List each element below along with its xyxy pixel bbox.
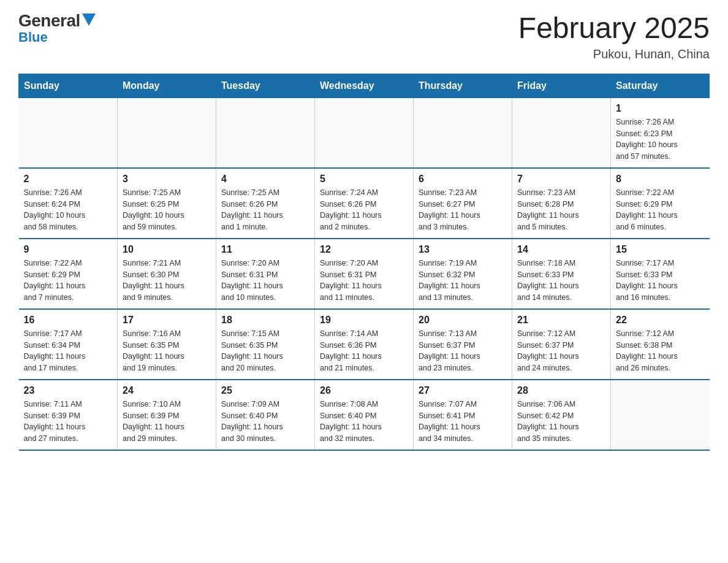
calendar-header-wednesday: Wednesday <box>315 74 414 98</box>
calendar-cell: 12Sunrise: 7:20 AM Sunset: 6:31 PM Dayli… <box>315 239 414 309</box>
calendar-cell <box>216 98 315 168</box>
day-number: 21 <box>517 315 605 326</box>
calendar-cell <box>315 98 414 168</box>
day-info: Sunrise: 7:20 AM Sunset: 6:31 PM Dayligh… <box>221 258 309 304</box>
day-info: Sunrise: 7:23 AM Sunset: 6:28 PM Dayligh… <box>517 187 605 233</box>
day-number: 24 <box>123 385 211 396</box>
day-info: Sunrise: 7:11 AM Sunset: 6:39 PM Dayligh… <box>24 399 113 445</box>
day-number: 4 <box>221 174 309 185</box>
day-number: 27 <box>419 385 507 396</box>
calendar-cell: 20Sunrise: 7:13 AM Sunset: 6:37 PM Dayli… <box>414 309 512 380</box>
day-number: 2 <box>24 174 113 185</box>
calendar-cell: 19Sunrise: 7:14 AM Sunset: 6:36 PM Dayli… <box>315 309 414 380</box>
day-number: 5 <box>320 174 408 185</box>
day-info: Sunrise: 7:17 AM Sunset: 6:33 PM Dayligh… <box>616 258 705 304</box>
calendar-header-row: SundayMondayTuesdayWednesdayThursdayFrid… <box>19 74 710 98</box>
calendar-cell: 4Sunrise: 7:25 AM Sunset: 6:26 PM Daylig… <box>216 168 315 239</box>
day-number: 26 <box>320 385 408 396</box>
calendar-cell: 13Sunrise: 7:19 AM Sunset: 6:32 PM Dayli… <box>414 239 512 309</box>
day-number: 11 <box>221 244 309 255</box>
day-info: Sunrise: 7:20 AM Sunset: 6:31 PM Dayligh… <box>320 258 408 304</box>
calendar-cell: 25Sunrise: 7:09 AM Sunset: 6:40 PM Dayli… <box>216 380 315 450</box>
logo-blue: Blue <box>18 31 48 44</box>
day-info: Sunrise: 7:12 AM Sunset: 6:38 PM Dayligh… <box>616 328 705 374</box>
calendar-cell: 21Sunrise: 7:12 AM Sunset: 6:37 PM Dayli… <box>512 309 611 380</box>
calendar-cell: 11Sunrise: 7:20 AM Sunset: 6:31 PM Dayli… <box>216 239 315 309</box>
calendar-cell: 9Sunrise: 7:22 AM Sunset: 6:29 PM Daylig… <box>19 239 118 309</box>
calendar-cell: 6Sunrise: 7:23 AM Sunset: 6:27 PM Daylig… <box>414 168 512 239</box>
svg-marker-0 <box>82 13 96 26</box>
calendar-cell <box>19 98 118 168</box>
calendar-header-thursday: Thursday <box>414 74 512 98</box>
calendar-cell: 14Sunrise: 7:18 AM Sunset: 6:33 PM Dayli… <box>512 239 611 309</box>
logo-arrow-icon <box>82 13 96 26</box>
day-info: Sunrise: 7:23 AM Sunset: 6:27 PM Dayligh… <box>419 187 507 233</box>
title-block: February 2025 Pukou, Hunan, China <box>518 12 710 61</box>
day-number: 16 <box>24 315 113 326</box>
calendar-cell: 1Sunrise: 7:26 AM Sunset: 6:23 PM Daylig… <box>611 98 710 168</box>
day-info: Sunrise: 7:26 AM Sunset: 6:23 PM Dayligh… <box>616 117 705 163</box>
calendar-header-monday: Monday <box>118 74 216 98</box>
calendar-cell: 10Sunrise: 7:21 AM Sunset: 6:30 PM Dayli… <box>118 239 216 309</box>
day-info: Sunrise: 7:24 AM Sunset: 6:26 PM Dayligh… <box>320 187 408 233</box>
day-info: Sunrise: 7:25 AM Sunset: 6:25 PM Dayligh… <box>123 187 211 233</box>
calendar-week-row: 9Sunrise: 7:22 AM Sunset: 6:29 PM Daylig… <box>19 239 710 309</box>
calendar-cell: 3Sunrise: 7:25 AM Sunset: 6:25 PM Daylig… <box>118 168 216 239</box>
day-number: 9 <box>24 244 113 255</box>
day-info: Sunrise: 7:26 AM Sunset: 6:24 PM Dayligh… <box>24 187 113 233</box>
page-header: General Blue February 2025 Pukou, Hunan,… <box>18 12 710 61</box>
calendar-cell <box>414 98 512 168</box>
day-info: Sunrise: 7:19 AM Sunset: 6:32 PM Dayligh… <box>419 258 507 304</box>
day-info: Sunrise: 7:06 AM Sunset: 6:42 PM Dayligh… <box>517 399 605 445</box>
page-subtitle: Pukou, Hunan, China <box>518 47 710 61</box>
calendar-header-friday: Friday <box>512 74 611 98</box>
day-info: Sunrise: 7:25 AM Sunset: 6:26 PM Dayligh… <box>221 187 309 233</box>
day-info: Sunrise: 7:14 AM Sunset: 6:36 PM Dayligh… <box>320 328 408 374</box>
calendar-cell: 24Sunrise: 7:10 AM Sunset: 6:39 PM Dayli… <box>118 380 216 450</box>
calendar-table: SundayMondayTuesdayWednesdayThursdayFrid… <box>18 74 710 451</box>
day-number: 18 <box>221 315 309 326</box>
day-number: 15 <box>616 244 705 255</box>
day-info: Sunrise: 7:10 AM Sunset: 6:39 PM Dayligh… <box>123 399 211 445</box>
calendar-cell: 7Sunrise: 7:23 AM Sunset: 6:28 PM Daylig… <box>512 168 611 239</box>
day-number: 14 <box>517 244 605 255</box>
calendar-header-sunday: Sunday <box>19 74 118 98</box>
day-info: Sunrise: 7:07 AM Sunset: 6:41 PM Dayligh… <box>419 399 507 445</box>
day-info: Sunrise: 7:15 AM Sunset: 6:35 PM Dayligh… <box>221 328 309 374</box>
day-number: 12 <box>320 244 408 255</box>
day-number: 19 <box>320 315 408 326</box>
calendar-cell: 2Sunrise: 7:26 AM Sunset: 6:24 PM Daylig… <box>19 168 118 239</box>
calendar-cell: 16Sunrise: 7:17 AM Sunset: 6:34 PM Dayli… <box>19 309 118 380</box>
calendar-cell: 15Sunrise: 7:17 AM Sunset: 6:33 PM Dayli… <box>611 239 710 309</box>
calendar-cell: 8Sunrise: 7:22 AM Sunset: 6:29 PM Daylig… <box>611 168 710 239</box>
day-info: Sunrise: 7:08 AM Sunset: 6:40 PM Dayligh… <box>320 399 408 445</box>
day-number: 1 <box>616 103 705 114</box>
calendar-cell: 17Sunrise: 7:16 AM Sunset: 6:35 PM Dayli… <box>118 309 216 380</box>
calendar-header-saturday: Saturday <box>611 74 710 98</box>
calendar-cell: 28Sunrise: 7:06 AM Sunset: 6:42 PM Dayli… <box>512 380 611 450</box>
logo-general: General <box>18 12 80 29</box>
day-info: Sunrise: 7:17 AM Sunset: 6:34 PM Dayligh… <box>24 328 113 374</box>
day-number: 25 <box>221 385 309 396</box>
day-number: 10 <box>123 244 211 255</box>
day-number: 3 <box>123 174 211 185</box>
calendar-cell: 26Sunrise: 7:08 AM Sunset: 6:40 PM Dayli… <box>315 380 414 450</box>
calendar-week-row: 23Sunrise: 7:11 AM Sunset: 6:39 PM Dayli… <box>19 380 710 450</box>
calendar-cell <box>512 98 611 168</box>
logo: General Blue <box>18 12 96 44</box>
day-number: 20 <box>419 315 507 326</box>
day-info: Sunrise: 7:22 AM Sunset: 6:29 PM Dayligh… <box>24 258 113 304</box>
day-number: 23 <box>24 385 113 396</box>
day-info: Sunrise: 7:22 AM Sunset: 6:29 PM Dayligh… <box>616 187 705 233</box>
day-number: 17 <box>123 315 211 326</box>
calendar-cell: 18Sunrise: 7:15 AM Sunset: 6:35 PM Dayli… <box>216 309 315 380</box>
calendar-header-tuesday: Tuesday <box>216 74 315 98</box>
calendar-cell <box>611 380 710 450</box>
day-info: Sunrise: 7:18 AM Sunset: 6:33 PM Dayligh… <box>517 258 605 304</box>
day-number: 22 <box>616 315 705 326</box>
calendar-week-row: 2Sunrise: 7:26 AM Sunset: 6:24 PM Daylig… <box>19 168 710 239</box>
calendar-cell: 23Sunrise: 7:11 AM Sunset: 6:39 PM Dayli… <box>19 380 118 450</box>
day-info: Sunrise: 7:12 AM Sunset: 6:37 PM Dayligh… <box>517 328 605 374</box>
day-number: 28 <box>517 385 605 396</box>
day-number: 7 <box>517 174 605 185</box>
